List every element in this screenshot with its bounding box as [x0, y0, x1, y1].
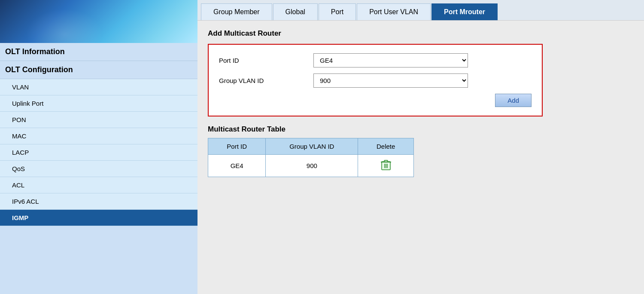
- tab-global[interactable]: Global: [273, 3, 318, 20]
- form-actions: Add: [219, 94, 532, 107]
- sidebar-banner: [0, 0, 197, 43]
- tab-bar: Group Member Global Port Port User VLAN …: [197, 0, 644, 21]
- sidebar-item-acl[interactable]: ACL: [0, 177, 197, 193]
- sidebar: OLT Information OLT Configuration VLAN U…: [0, 0, 197, 294]
- table-title: Multicast Router Table: [208, 125, 634, 134]
- nav-header-olt-config[interactable]: OLT Configuration: [0, 61, 197, 79]
- table-header-row: Port ID Group VLAN ID Delete: [208, 138, 414, 155]
- sidebar-item-pon[interactable]: PON: [0, 112, 197, 128]
- sidebar-nav: OLT Information OLT Configuration VLAN U…: [0, 43, 197, 294]
- delete-button[interactable]: [380, 159, 392, 171]
- nav-header-olt-info[interactable]: OLT Information: [0, 43, 197, 61]
- group-vlan-row: Group VLAN ID 900 100 200 300 400 500: [219, 74, 532, 88]
- port-id-row: Port ID GE1 GE2 GE3 GE4 GE5 GE6 GE7 GE8: [219, 53, 532, 67]
- add-form-box: Port ID GE1 GE2 GE3 GE4 GE5 GE6 GE7 GE8 …: [208, 44, 543, 116]
- col-header-group-vlan-id: Group VLAN ID: [266, 138, 358, 155]
- sidebar-item-qos[interactable]: QoS: [0, 161, 197, 177]
- col-header-port-id: Port ID: [208, 138, 266, 155]
- group-vlan-label: Group VLAN ID: [219, 77, 313, 84]
- port-id-label: Port ID: [219, 57, 313, 64]
- cell-port-id: GE4: [208, 155, 266, 177]
- sidebar-item-igmp[interactable]: IGMP: [0, 210, 197, 226]
- multicast-router-table: Port ID Group VLAN ID Delete GE4 900: [208, 138, 414, 177]
- port-id-select[interactable]: GE1 GE2 GE3 GE4 GE5 GE6 GE7 GE8: [313, 53, 468, 67]
- sidebar-item-vlan[interactable]: VLAN: [0, 79, 197, 95]
- add-button[interactable]: Add: [495, 94, 532, 107]
- sidebar-item-uplink-port[interactable]: Uplink Port: [0, 95, 197, 112]
- table-row: GE4 900: [208, 155, 414, 177]
- add-form-title: Add Multicast Router: [208, 29, 634, 38]
- content-area: Add Multicast Router Port ID GE1 GE2 GE3…: [197, 21, 644, 294]
- tab-group-member[interactable]: Group Member: [201, 3, 272, 20]
- sidebar-item-ipv6-acl[interactable]: IPv6 ACL: [0, 193, 197, 210]
- group-vlan-select[interactable]: 900 100 200 300 400 500: [313, 74, 468, 88]
- trash-icon: [380, 159, 392, 171]
- sidebar-item-lacp[interactable]: LACP: [0, 144, 197, 161]
- cell-group-vlan-id: 900: [266, 155, 358, 177]
- tab-port-mrouter[interactable]: Port Mrouter: [431, 3, 498, 20]
- tab-port-user-vlan[interactable]: Port User VLAN: [357, 3, 431, 20]
- main-panel: Group Member Global Port Port User VLAN …: [197, 0, 644, 294]
- col-header-delete: Delete: [358, 138, 414, 155]
- sidebar-item-mac[interactable]: MAC: [0, 128, 197, 144]
- cell-delete: [358, 155, 414, 177]
- tab-port[interactable]: Port: [319, 3, 356, 20]
